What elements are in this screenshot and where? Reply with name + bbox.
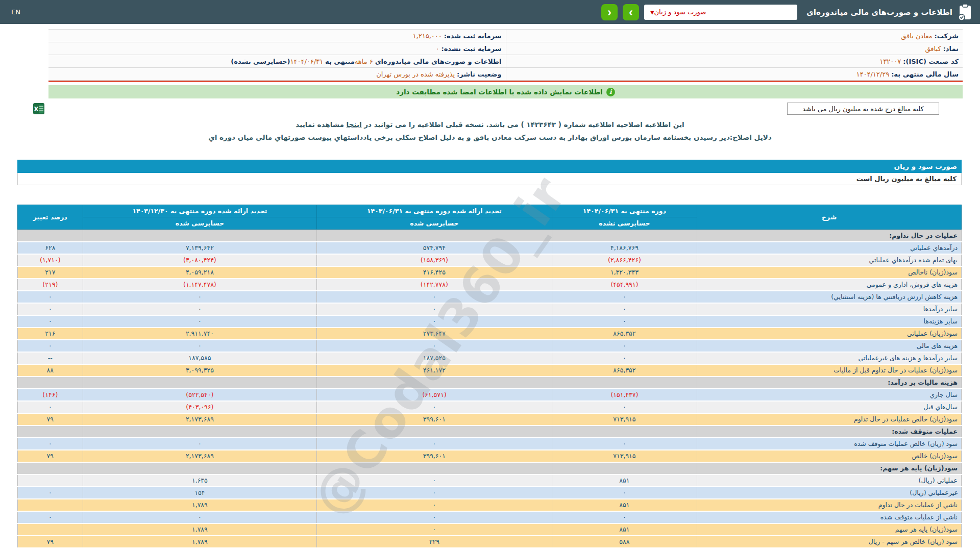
note-row: کلیه مبالغ درج شده به میلیون ریال می باش… [33,103,939,115]
info-label: وضعیت ناشر: [457,70,501,78]
red-divider [48,81,963,82]
header-period1: دوره منتهی به ۱۴۰۴/۰۶/۳۱ [552,205,697,217]
cell-description: سال جاري [697,389,962,401]
cell-description: سایر هزینه‌ها [697,315,962,328]
cell-description: سود (زیان) خالص عملیات متوقف شده [697,438,962,450]
header-period2: تجدید ارائه شده دوره منتهی به ۱۴۰۳/۰۶/۳۱ [317,205,552,217]
table-row: بهای تمام شده درآمدهاي عملیاتي(۲,۸۶۶,۴۲۶… [18,254,962,266]
top-bar: اطلاعات و صورت‌های مالی میاندوره‌ای صورت… [0,0,980,24]
next-statement-button[interactable]: › [623,4,639,20]
cell-value: ۳۲۹ [317,536,552,548]
table-row: هزینه مالیات بر درآمد: [18,377,962,389]
cell-percent-change: ۲۱۶ [18,328,83,340]
cell-percent-change: -- [18,352,83,364]
cell-value: ۱,۷۸۹ [83,536,317,548]
cell-value: ۲۷۳,۶۴۷ [317,328,552,340]
amendment-reason: دلایل اصلاح:دیر رسیدن بخشنامه سازمان بور… [0,133,980,141]
cell-value: ۰ [552,511,697,523]
amendment-notice: این اطلاعیه اصلاحیه اطلاعیه شماره ( ۱۴۲۳… [0,120,980,129]
table-row: سود(زیان) عملیات در حال تداوم قبل از مال… [18,364,962,377]
cell-value: ۳۹۹,۶۰۱ [317,450,552,462]
cell-value: ۱۸۷,۵۲۵ [317,352,552,364]
info-label: شرکت: [935,32,959,40]
company-info-cell: وضعیت ناشر: پذیرفته شده در بورس تهران [48,68,506,80]
company-info-row: نماد: کبافقسرمایه ثبت نشده: ۰ [48,42,963,55]
cell-value: (۴۵۴,۹۹۱) [552,279,697,291]
cell-value [552,230,697,242]
cell-description: سود(زیان) عملیاتی [697,328,962,340]
clipboard-icon [958,4,973,21]
cell-value: ۰ [552,438,697,450]
cell-value: ۰ [83,438,317,450]
cell-value: (۵۲۲,۵۴۰) [83,389,317,401]
company-info-cell: سال مالی منتهی به: ۱۴۰۴/۱۲/۲۹ [506,68,963,80]
cell-value [552,377,697,389]
info-label: کد صنعت (ISIC): [903,58,959,65]
cell-value: ۷۱۳,۹۱۵ [552,450,697,462]
cell-value: ۰ [317,523,552,536]
language-switch-en[interactable]: EN [7,6,24,18]
cell-value: ۷,۱۳۹,۶۴۲ [83,242,317,254]
cell-value: ۰ [552,303,697,315]
chevron-down-icon: ▾ [650,8,654,17]
cell-value: (۱,۱۴۷,۴۷۸) [83,279,317,291]
cell-percent-change: ۰ [18,511,83,523]
company-info-cell: سرمایه ثبت شده: ۱,۲۱۵,۰۰۰ [48,30,506,42]
cell-percent-change: ۶۲۸ [18,242,83,254]
cell-value: ۱,۶۳۵ [83,474,317,487]
cell-value: ۸۶۵,۳۵۲ [552,364,697,377]
cell-percent-change: ۷۹ [18,536,83,548]
cell-value: (۳,۰۸۰,۴۲۴) [83,254,317,266]
cell-percent-change: ۰ [18,340,83,352]
info-value: کبافق [925,45,943,53]
cell-value: ۳,۰۹۹,۳۲۵ [83,364,317,377]
statement-type-dropdown[interactable]: صورت سود و زیان ▾ [644,5,797,20]
company-info-row: سال مالی منتهی به: ۱۴۰۴/۱۲/۲۹وضعیت ناشر:… [48,68,963,81]
cell-description: سود(زیان) ناخالص [697,266,962,279]
cell-percent-change: ۷۹ [18,413,83,425]
cell-value: ۰ [317,438,552,450]
cell-value: ۰ [83,511,317,523]
info-icon: i [606,88,615,96]
cell-value: ۰ [552,291,697,303]
cell-value: ۱,۳۲۰,۳۴۳ [552,266,697,279]
cell-percent-change: ۷۹ [18,450,83,462]
cell-percent-change: ۰ [18,303,83,315]
previous-version-link[interactable]: اینجا [347,120,362,129]
table-row: ناشي از عملیات متوقف شده۰۰۰۰ [18,511,962,523]
cell-value: ۴,۱۸۶,۷۶۹ [552,242,697,254]
signature-match-banner: i اطلاعات نمایش داده شده با اطلاعات امضا… [48,85,963,98]
company-info-cell: سرمایه ثبت نشده: ۰ [48,42,506,55]
cell-percent-change: ۰ [18,438,83,450]
info-label: (حسابرسی نشده) [231,58,290,65]
dropdown-selected-value: صورت سود و زیان [654,8,706,16]
cell-value: ۰ [552,487,697,499]
cell-value: ۰ [317,487,552,499]
header-description: شرح [697,205,962,230]
cell-description: هزینه های مالی [697,340,962,352]
cell-value: ۰ [317,511,552,523]
company-info-row: کد صنعت (ISIC): ۱۳۲۰۰۷اطلاعات و صورت‌های… [48,55,963,68]
cell-value: ۰ [317,315,552,328]
table-row: هزینه کاهش ارزش دریافتني ها (هزینه استثن… [18,291,962,303]
income-statement-table: شرح دوره منتهی به ۱۴۰۴/۰۶/۳۱ تجدید ارائه… [17,205,962,548]
table-row: هزینه های فروش، اداری و عمومی(۴۵۴,۹۹۱)(۱… [18,279,962,291]
info-value: معادن بافق [901,32,934,40]
cell-value: ۱۸۷,۵۸۵ [83,352,317,364]
company-info-row: شرکت: معادن بافقسرمایه ثبت شده: ۱,۲۱۵,۰۰… [48,30,963,42]
prev-statement-button[interactable]: ‹ [601,4,618,20]
table-row: سایر درآمدها۰۰۰۰ [18,303,962,315]
amendment-notice-text: این اطلاعیه اصلاحیه اطلاعیه شماره ( ۱۴۲۳… [362,120,684,129]
cell-value: ۲,۱۷۳,۶۸۹ [83,450,317,462]
cell-description: عملیاتي (ریال) [697,474,962,487]
company-info-cell: شرکت: معادن بافق [506,30,963,42]
table-row: ناشي از عملیات در حال تداوم۸۵۱۰۱,۷۸۹ [18,499,962,511]
table-row: هزینه های مالی۰۰۰۰ [18,340,962,352]
cell-value: ۰ [552,315,697,328]
excel-export-icon[interactable]: X [33,103,45,115]
table-row: عملیات متوقف شده: [18,425,962,438]
cell-value [83,425,317,438]
info-value: ۰ [435,45,441,53]
cell-description: هزینه های فروش، اداری و عمومی [697,279,962,291]
cell-percent-change: ۰ [18,401,83,413]
